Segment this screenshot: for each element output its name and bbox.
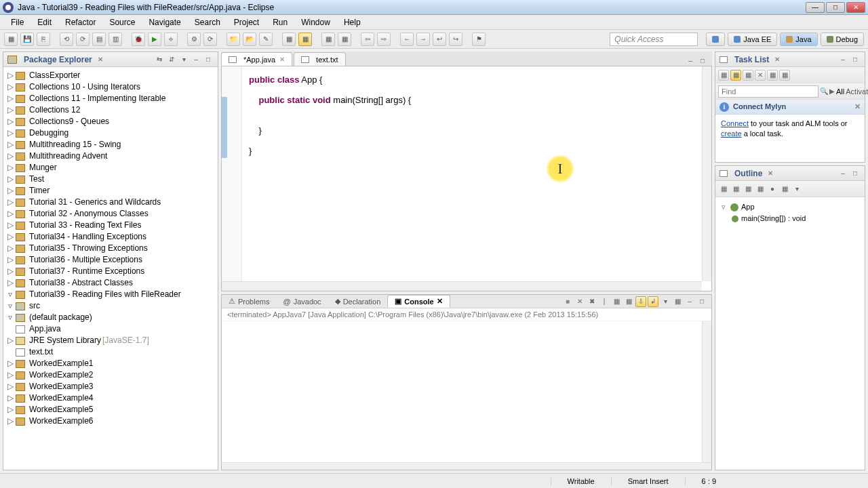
view-menu-icon[interactable]: ▾ xyxy=(178,54,189,65)
task-icon[interactable]: ▦ xyxy=(730,70,741,81)
tool-button[interactable]: ✎ xyxy=(259,33,273,46)
task-activate-label[interactable]: Activate... xyxy=(846,87,868,96)
tool-button[interactable]: 📁 xyxy=(226,33,240,46)
console-scrollbar-h[interactable] xyxy=(222,462,711,470)
debug-button[interactable]: 🐞 xyxy=(132,33,145,46)
maximize-button[interactable]: □ xyxy=(826,2,845,13)
console-scrollbar-v[interactable] xyxy=(702,321,711,462)
editor-scrollbar-h[interactable] xyxy=(222,281,702,291)
outline-icon[interactable]: ▦ xyxy=(718,184,729,195)
editor-tab-app[interactable]: *App.java✕ xyxy=(221,52,292,66)
tool-button[interactable]: ⇨ xyxy=(377,33,391,46)
create-link[interactable]: create xyxy=(721,129,742,138)
outline-icon[interactable]: ● xyxy=(767,184,778,195)
arrow-icon[interactable]: ▶ xyxy=(829,86,835,97)
console-icon[interactable]: ▾ xyxy=(660,296,671,307)
task-all-label[interactable]: All xyxy=(836,87,844,96)
code-editor[interactable]: public class App { public static void ma… xyxy=(221,66,712,291)
tool-button[interactable]: ⇦ xyxy=(361,33,374,46)
tool-button[interactable]: ▤ xyxy=(92,33,106,46)
removeall-icon[interactable]: ✖ xyxy=(587,296,597,307)
outline-icon[interactable]: ▦ xyxy=(730,184,741,195)
package-explorer-tree[interactable]: ▷ClassExporter ▷Collections 10 - Using I… xyxy=(3,67,218,470)
connect-link[interactable]: Connect xyxy=(721,119,749,127)
quick-access-input[interactable]: Quick Access xyxy=(610,33,698,46)
close-icon[interactable]: ✕ xyxy=(774,56,780,63)
tool-button[interactable]: ⟳ xyxy=(203,33,217,46)
menu-search[interactable]: Search xyxy=(188,16,227,28)
link-icon[interactable]: ⇵ xyxy=(166,54,177,65)
run-button[interactable]: ▶ xyxy=(148,33,161,46)
maximize-icon[interactable]: □ xyxy=(850,54,861,65)
open-perspective-button[interactable] xyxy=(706,33,725,46)
remove-icon[interactable]: ✕ xyxy=(574,296,585,307)
tool-button[interactable]: ▦ xyxy=(321,33,335,46)
tool-button[interactable]: ▦ xyxy=(282,33,296,46)
menu-file[interactable]: File xyxy=(4,16,31,28)
menu-help[interactable]: Help xyxy=(337,16,368,28)
perspective-java[interactable]: Java xyxy=(780,33,817,46)
code-content[interactable]: public class App { public static void ma… xyxy=(222,66,711,164)
minimize-icon[interactable]: – xyxy=(837,54,848,65)
minimize-icon[interactable]: – xyxy=(191,54,201,65)
menu-run[interactable]: Run xyxy=(266,16,294,28)
menu-edit[interactable]: Edit xyxy=(31,16,58,28)
menu-source[interactable]: Source xyxy=(102,16,142,28)
terminate-icon[interactable]: ■ xyxy=(562,296,573,307)
tool-button[interactable]: ⚑ xyxy=(472,33,486,46)
save-button[interactable]: 💾 xyxy=(20,33,34,46)
perspective-javaee[interactable]: Java EE xyxy=(728,33,777,46)
tab-console[interactable]: ▣ Console ✕ xyxy=(387,295,450,308)
task-icon[interactable]: ▦ xyxy=(743,70,753,81)
tool-button[interactable]: ⟲ xyxy=(60,33,73,46)
task-icon[interactable]: ✕ xyxy=(755,70,766,81)
scroll-lock-icon[interactable]: ⇩ xyxy=(635,296,646,307)
tool-button[interactable]: ⚙ xyxy=(187,33,201,46)
search-icon[interactable]: 🔍 xyxy=(820,86,828,97)
tool-button[interactable]: ▥ xyxy=(108,33,122,46)
tool-button[interactable]: ▦ xyxy=(298,33,312,46)
close-tab-icon[interactable]: ✕ xyxy=(279,56,285,63)
outline-icon[interactable]: ▾ xyxy=(791,184,802,195)
outline-icon[interactable]: ▦ xyxy=(743,184,753,195)
maximize-icon[interactable]: □ xyxy=(696,296,707,307)
task-icon[interactable]: ▦ xyxy=(767,70,778,81)
collapse-icon[interactable]: ⇆ xyxy=(154,54,165,65)
minimize-icon[interactable]: – xyxy=(685,55,696,66)
console-output[interactable] xyxy=(222,321,702,462)
close-button[interactable]: ✕ xyxy=(846,2,865,13)
outline-tree[interactable]: ▿App main(String[]) : void xyxy=(715,197,865,228)
word-wrap-icon[interactable]: ↲ xyxy=(648,296,658,307)
tool-button[interactable]: ↩ xyxy=(433,33,446,46)
minimize-button[interactable]: — xyxy=(806,2,825,13)
console-icon[interactable]: ▦ xyxy=(672,296,683,307)
menu-refactor[interactable]: Refactor xyxy=(58,16,102,28)
tab-problems[interactable]: ⚠ Problems xyxy=(222,296,276,307)
new-button[interactable]: ▦ xyxy=(4,33,18,46)
saveall-button[interactable]: ⎘ xyxy=(37,33,50,46)
menu-window[interactable]: Window xyxy=(294,16,337,28)
minimize-icon[interactable]: – xyxy=(684,296,695,307)
editor-tab-text[interactable]: text.txt xyxy=(294,52,345,66)
maximize-icon[interactable]: □ xyxy=(203,54,214,65)
menu-navigate[interactable]: Navigate xyxy=(142,16,187,28)
close-icon[interactable]: ✕ xyxy=(768,169,773,177)
close-icon[interactable]: ✕ xyxy=(98,56,103,63)
close-icon[interactable]: ✕ xyxy=(854,102,861,112)
tool-button[interactable]: → xyxy=(416,33,430,46)
console-icon[interactable]: ▦ xyxy=(623,296,634,307)
editor-scrollbar-v[interactable] xyxy=(702,66,711,281)
outline-icon[interactable]: ▦ xyxy=(755,184,766,195)
task-new-icon[interactable]: ▦ xyxy=(718,70,729,81)
close-icon[interactable]: ✕ xyxy=(437,297,443,306)
tab-javadoc[interactable]: @ Javadoc xyxy=(276,296,328,307)
tool-button[interactable]: ↪ xyxy=(449,33,462,46)
run-ext-button[interactable]: ⎆ xyxy=(164,33,178,46)
tool-button[interactable]: ⟳ xyxy=(76,33,90,46)
maximize-icon[interactable]: □ xyxy=(697,55,708,66)
maximize-icon[interactable]: □ xyxy=(850,168,861,179)
perspective-debug[interactable]: Debug xyxy=(821,33,864,46)
minimize-icon[interactable]: – xyxy=(837,168,848,179)
tool-button[interactable]: ← xyxy=(400,33,414,46)
task-icon[interactable]: ▦ xyxy=(779,70,790,81)
